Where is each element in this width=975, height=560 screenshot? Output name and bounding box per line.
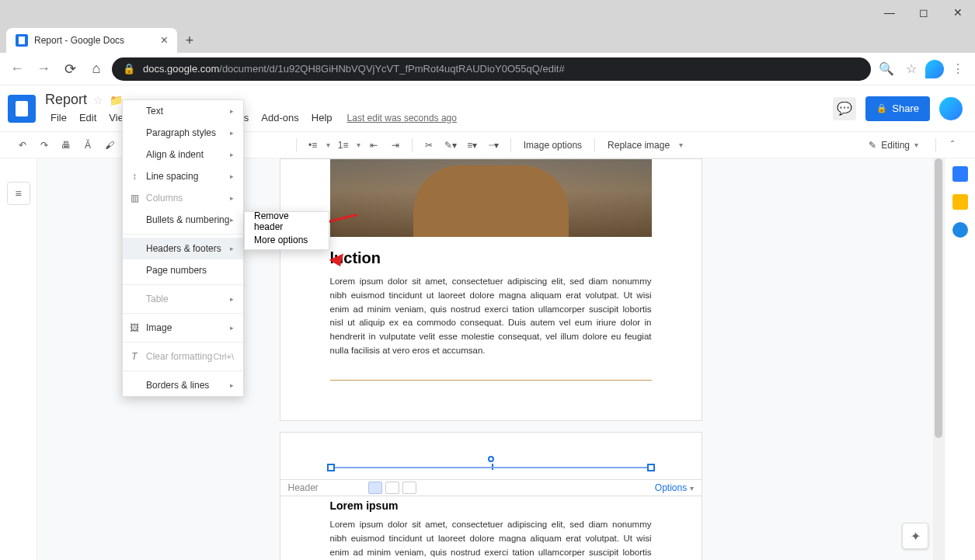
url-path: /document/d/1u92QH8GiHNbVQVjYcVT_fPmRot4… [219,63,564,75]
submenu-remove-header[interactable]: Remove header [245,212,329,231]
format-page-numbers[interactable]: Page numbers [123,259,243,281]
calendar-addon-icon[interactable] [952,166,968,182]
close-window-button[interactable]: ✕ [941,0,975,25]
format-borders-lines[interactable]: Borders & lines▸ [123,374,243,396]
window-titlebar: — ◻ ✕ [0,0,975,25]
format-text[interactable]: Text▸ [123,100,243,122]
nav-forward-icon: → [33,58,54,80]
minimize-button[interactable]: — [872,0,907,25]
wrap-text-icon[interactable] [385,482,399,494]
maximize-button[interactable]: ◻ [907,0,941,25]
left-rail: ≡ [0,158,37,560]
menu-help[interactable]: Help [306,110,338,125]
tab-close-icon[interactable]: × [161,33,168,47]
headers-footers-submenu: Remove header More options [244,211,329,250]
increase-indent-icon[interactable]: ⇥ [387,137,404,154]
nav-home-icon[interactable]: ⌂ [85,58,107,80]
divider-line [330,380,652,381]
bulleted-list-icon[interactable]: •≡ [305,137,322,154]
border-color-icon[interactable]: ✎▾ [442,137,459,154]
browser-tab[interactable]: Report - Google Docs × [6,28,177,53]
label: Text [146,106,163,117]
bookmark-star-icon[interactable]: ☆ [900,58,922,80]
shortcut: Ctrl+\ [213,352,234,361]
format-clear-formatting: TClear formattingCtrl+\ [123,346,243,367]
decrease-indent-icon[interactable]: ⇤ [365,137,382,154]
wrap-inline-icon[interactable] [368,482,382,494]
submenu-more-options[interactable]: More options [245,231,329,249]
replace-image-button[interactable]: Replace image [603,140,674,151]
selection-rotate-handle[interactable] [488,456,494,462]
spellcheck-icon[interactable]: Ă [79,137,96,154]
comments-button[interactable]: 💬 [833,97,856,120]
format-line-spacing[interactable]: ↕Line spacing▸ [123,165,243,187]
tab-title: Report - Google Docs [34,35,124,46]
format-align-indent[interactable]: Align & indent▸ [123,144,243,165]
label: Paragraph styles [146,127,216,138]
browser-tabstrip: Report - Google Docs × + [0,25,975,53]
outline-toggle-button[interactable]: ≡ [7,182,30,205]
page-2[interactable]: Header Options ▾ Lorem ipsum Lorem ipsum… [280,432,702,560]
profile-avatar-icon[interactable] [925,60,944,78]
crop-icon[interactable]: ✂ [420,137,437,154]
image-icon: 🖼 [129,322,140,333]
address-bar[interactable]: 🔒 docs.google.com/document/d/1u92QH8GiHN… [112,57,871,81]
redo-icon[interactable]: ↷ [36,137,53,154]
page-1[interactable]: ◀luction Lorem ipsum dolor sit amet, con… [280,158,702,421]
label: Page numbers [146,265,207,276]
label: Line spacing [146,171,198,182]
selection-marker[interactable] [330,467,652,468]
clear-format-icon: T [129,351,140,362]
tasks-addon-icon[interactable] [952,222,968,238]
star-icon[interactable]: ☆ [93,94,103,106]
nav-back-icon[interactable]: ← [6,58,28,80]
body-paragraph-2[interactable]: Lorem ipsum dolor sit amet, consectetuer… [330,518,652,560]
menu-edit[interactable]: Edit [74,110,102,125]
share-button[interactable]: Share [865,96,930,121]
keep-addon-icon[interactable] [952,194,968,210]
docs-logo-icon[interactable] [8,95,36,123]
label: Bullets & numbering [146,214,229,225]
menu-file[interactable]: File [45,110,72,125]
format-headers-footers[interactable]: Headers & footers▸ [123,238,243,259]
url-domain: docs.google.com [143,63,219,75]
wrap-break-icon[interactable] [402,482,416,494]
hide-menus-icon[interactable]: ˆ [944,137,961,154]
doc-title[interactable]: Report [45,92,87,108]
header-edit-bar: Header Options ▾ [280,479,702,496]
nav-reload-icon[interactable]: ⟳ [59,58,81,80]
format-paragraph-styles[interactable]: Paragraph styles▸ [123,122,243,144]
docs-favicon-icon [16,34,28,47]
border-weight-icon[interactable]: ≡▾ [464,137,481,154]
new-tab-button[interactable]: + [177,28,202,53]
format-bullets-numbering[interactable]: Bullets & numbering▸ [123,209,243,231]
menu-addons[interactable]: Add-ons [256,110,304,125]
docs-menubar: File Edit View Insert Format Tools Add-o… [45,110,457,125]
heading-lorem[interactable]: Lorem ipsum [330,499,652,512]
editing-mode-button[interactable]: ✎ Editing ▾ [859,140,928,151]
browser-menu-icon[interactable]: ⋮ [947,58,969,80]
options-label: Options [655,482,687,493]
explore-button[interactable]: ✦ [902,523,928,549]
numbered-list-icon[interactable]: 1≡ [335,137,352,154]
body-paragraph-1[interactable]: Lorem ipsum dolor sit amet, consectetuer… [330,275,652,358]
undo-icon[interactable]: ↶ [14,137,31,154]
label: Clear formatting [146,351,212,362]
last-edit-text[interactable]: Last edit was seconds ago [347,113,457,123]
move-folder-icon[interactable]: 📁 [110,94,123,106]
border-dash-icon[interactable]: ┈▾ [486,137,503,154]
label: Image [146,322,172,333]
editing-label: Editing [881,140,910,151]
paint-format-icon[interactable]: 🖌 [101,137,118,154]
zoom-indicator-icon[interactable]: 🔍 [876,58,897,80]
side-panel [944,158,975,560]
account-avatar-icon[interactable] [939,97,963,120]
header-options-button[interactable]: Options ▾ [655,482,694,493]
print-icon[interactable]: 🖶 [57,137,75,154]
image-options-button[interactable]: Image options [519,140,587,151]
scrollbar-thumb[interactable] [935,158,942,438]
heading-introduction[interactable]: ◀luction [330,249,652,267]
hero-image[interactable] [330,159,652,237]
vertical-scrollbar[interactable] [933,158,944,560]
format-image[interactable]: 🖼Image▸ [123,317,243,339]
